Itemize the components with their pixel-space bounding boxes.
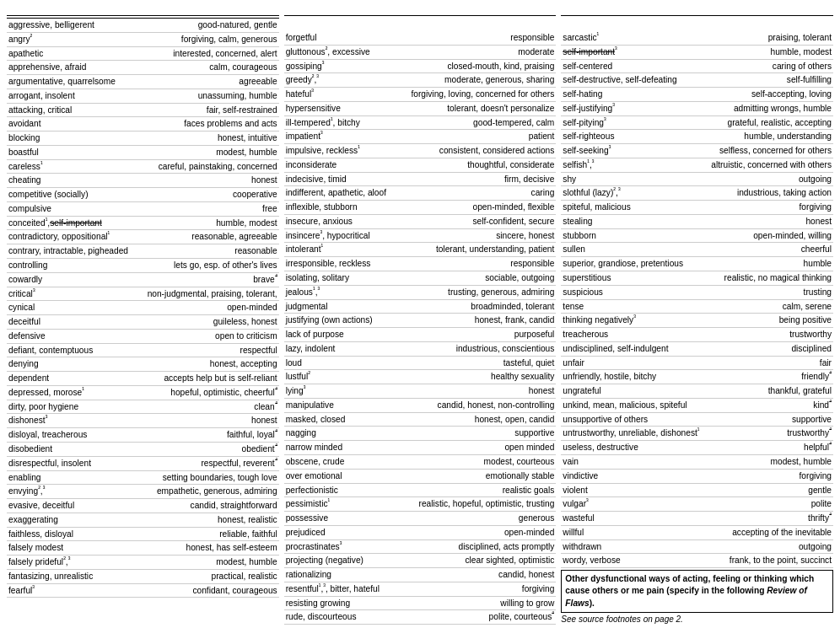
table-row: contrary, intractable, pigheadedreasonab… [7,244,279,259]
table-row: enablingsetting boundaries, tough love [7,471,279,486]
table-row: boastfulmodest, humble [7,146,279,160]
note-box: Other dysfunctional ways of acting, feel… [561,570,833,613]
table-row: contradictory, oppositional¹reasonable, … [7,230,279,244]
table-row: self-centeredcaring of others [561,60,833,74]
table-row: conceited¹,self-importanthumble, modest [7,217,279,231]
col3-rows: sarcastic¹praising, tolerantself-importa… [561,31,833,568]
table-row: sarcastic¹praising, tolerant [561,31,833,46]
table-row: sullencheerful [561,243,833,257]
table-row: lustful²healthy sexuality [284,370,557,384]
table-row: treacheroustrustworthy [561,328,833,342]
table-row: aggressive, belligerentgood-natured, gen… [7,19,279,33]
table-row: unkind, mean, malicious, spitefulkind⁴ [561,399,833,413]
table-row: violentgentle [561,484,833,498]
table-row: self-destructive, self-defeatingself-ful… [561,73,833,88]
table-row: prejudicedopen-minded [284,526,557,540]
table-row: self-pitying³grateful, realistic, accept… [561,116,833,131]
table-row: impatient³patient [284,130,557,144]
table-row: ill-tempered¹, bitchygood-tempered, calm [284,116,557,131]
table-row: controllinglets go, esp. of other's live… [7,259,279,273]
table-row: jealous¹,³trusting, generous, admiring [284,286,557,300]
table-row: compulsivefree [7,202,279,217]
table-row: deceitfulguileless, honest [7,315,279,330]
table-row: obscene, crudemodest, courteous [284,455,557,470]
table-row: slothful (lazy)²,³industrious, taking ac… [561,186,833,201]
table-row: lying³honest [284,384,557,399]
table-row: cowardlybrave⁴ [7,273,279,287]
table-row: justifying (own actions)honest, frank, c… [284,314,557,328]
table-row: tensecalm, serene [561,300,833,314]
table-row: pessimistic¹realistic, hopeful, optimist… [284,497,557,512]
table-row: wordy, verbosefrank, to the point, succi… [561,554,833,568]
table-row: inconsideratethoughtful, considerate [284,158,557,173]
table-row: dishonest³honest [7,414,279,428]
note-text: Other dysfunctional ways of acting, feel… [565,574,814,608]
table-row: indecisive, timidfirm, decisive [284,173,557,187]
table-row: rude, discourteouspolite, courteous⁴ [284,610,557,625]
table-row: vindictiveforgiving [561,470,833,484]
table-row: forgetfulresponsible [284,31,557,46]
table-row: falsely prideful²,³modest, humble [7,556,279,570]
table-row: impulsive, reckless¹consistent, consider… [284,144,557,158]
table-row: disobedientobedient⁴ [7,443,279,457]
table-row: self-hatingself-accepting, loving [561,88,833,102]
table-row: narrow mindedopen minded [284,441,557,455]
table-row: naggingsupportive [284,427,557,441]
table-row: shyoutgoing [561,173,833,187]
table-row: insincere³, hypocriticalsincere, honest [284,229,557,244]
table-row: unsupportive of otherssupportive [561,413,833,427]
table-row: spiteful, maliciousforgiving [561,201,833,215]
table-row: insecure, anxiousself-confident, secure [284,215,557,229]
table-row: undisciplined, self-indulgentdisciplined [561,342,833,357]
table-row: vainmodest, humble [561,455,833,470]
table-row: vulgar³polite [561,497,833,512]
table-row: competitive (socially)cooperative [7,188,279,202]
table-row: wastefulthrifty⁴ [561,512,833,526]
table-row: cheatinghonest [7,174,279,188]
table-row: procrastinates³disciplined, acts promptl… [284,540,557,555]
col2-rows: forgetfulresponsiblegluttonous², excessi… [284,31,557,625]
table-row: possessivegenerous [284,512,557,526]
table-row: stealinghonest [561,215,833,229]
table-row: self-important³humble, modest [561,46,833,60]
table-row: cynicalopen-minded [7,301,279,315]
table-row: apatheticinterested, concerned, alert [7,47,279,62]
table-row: envying²,³empathetic, generous, admiring [7,485,279,499]
table-row: defiant, contemptuousrespectful [7,344,279,358]
table-row: self-justifying³admitting wrongs, humble [561,102,833,116]
table-row: avoidantfaces problems and acts [7,117,279,132]
main-content: aggressive, belligerentgood-natured, gen… [7,15,833,625]
table-row: angry²forgiving, calm, generous [7,33,279,47]
table-row: depressed, morose¹hopeful, optimistic, c… [7,386,279,400]
table-row: arrogant, insolentunassuming, humble [7,89,279,104]
table-row: superior, grandiose, pretentioushumble [561,257,833,271]
table-row: exaggeratinghonest, realistic [7,513,279,528]
table-row: unfriendly, hostile, bitchyfriendly⁴ [561,370,833,384]
table-row: loudtasteful, quiet [284,357,557,371]
table-row: manipulativecandid, honest, non-controll… [284,399,557,413]
column-3: sarcastic¹praising, tolerantself-importa… [561,15,833,624]
table-row: dirty, poor hygieneclean⁴ [7,400,279,415]
table-row: perfectionisticrealistic goals [284,484,557,498]
table-row: disloyal, treacherousfaithful, loyal⁴ [7,428,279,443]
table-row: dependentaccepts help but is self-relian… [7,372,279,386]
table-row: greedy²,³moderate, generous, sharing [284,73,557,88]
table-row: lazy, indolentindustrious, conscientious [284,342,557,357]
table-row: stubbornopen-minded, willing [561,229,833,244]
table-row: rationalizingcandid, honest [284,568,557,582]
table-row: argumentative, quarrelsomeagreeable [7,75,279,89]
table-row: superstitiousrealistic, no magical think… [561,271,833,286]
footnote: See source footnotes on page 2. [561,615,833,624]
table-row: denyinghonest, accepting [7,357,279,372]
table-row: withdrawnoutgoing [561,540,833,555]
table-row: suspicioustrusting [561,286,833,300]
table-row: resisting growingwilling to grow [284,597,557,611]
table-row: untrustworthy, unreliable, dishonest¹tru… [561,427,833,441]
table-row: faithless, disloyalreliable, faithful [7,528,279,542]
col1-rows: aggressive, belligerentgood-natured, gen… [7,19,279,598]
table-row: judgmentalbroadminded, tolerant [284,300,557,314]
table-row: hypersensitivetolerant, doesn't personal… [284,102,557,116]
table-row: falsely modesthonest, has self-esteem [7,541,279,556]
table-row: resentful¹,³, bitter, hatefulforgiving [284,582,557,597]
table-row: fearful³confidant, courageous [7,584,279,598]
